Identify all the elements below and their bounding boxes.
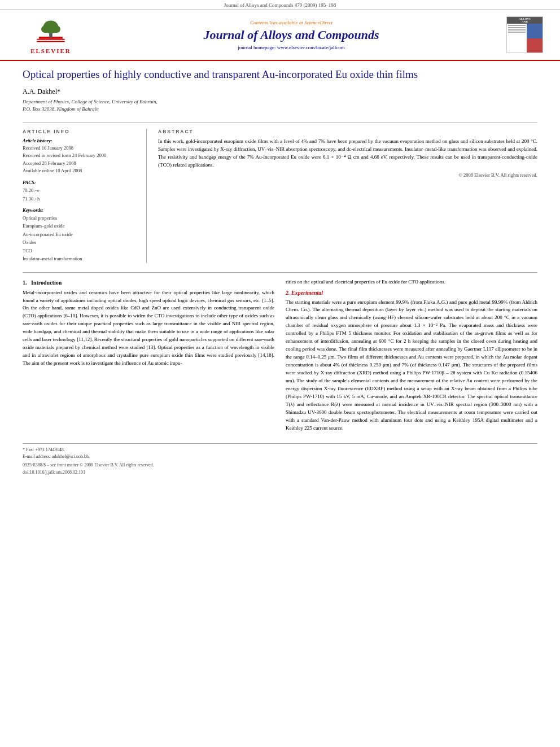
info-abstract-section: ARTICLE INFO Article history: Received 1… <box>23 123 537 263</box>
author-affiliation: Department of Physics, College of Scienc… <box>23 98 537 113</box>
body-right-column: rities on the optical and electrical pro… <box>286 278 537 436</box>
experimental-text: The starting materials were a pure europ… <box>286 299 537 433</box>
journal-thumbnail-area: JOURNAL OFALLOYSANDCOMPOUNDS <box>498 16 543 53</box>
journal-citation-bar: Journal of Alloys and Compounds 470 (200… <box>0 0 560 10</box>
experimental-heading: 2. Experimental <box>286 290 537 296</box>
elsevier-label: ELSEVIER <box>30 47 71 54</box>
accepted-date: Accepted 28 February 2008 <box>23 160 138 168</box>
elsevier-logo: ELSEVIER <box>30 15 71 54</box>
main-content: Optical properties of highly conductive … <box>0 61 560 486</box>
author-name: A.A. Dakhel* <box>23 88 537 96</box>
keyword-6: Insulator–metal transformation <box>23 255 138 263</box>
article-title: Optical properties of highly conductive … <box>23 68 537 82</box>
body-left-column: 1. Introduction Metal-incorporated oxide… <box>23 278 274 436</box>
keyword-1: Optical properties <box>23 214 138 222</box>
intro-heading: 1. Introduction <box>23 279 274 286</box>
pacs-2: 71.30.+h <box>23 195 138 203</box>
sciencedirect-line: Contents lists available at ScienceDirec… <box>85 20 498 25</box>
journal-thumbnail: JOURNAL OFALLOYSANDCOMPOUNDS <box>506 16 543 53</box>
abstract-column: ABSTRACT In this work, gold-incorporated… <box>158 129 537 263</box>
thumb-right <box>527 24 542 53</box>
svg-rect-6 <box>37 41 64 42</box>
received-date: Received 16 January 2008 <box>23 145 138 152</box>
elsevier-logo-area: ELSEVIER <box>17 15 85 54</box>
header-center: Contents lists available at ScienceDirec… <box>85 20 498 50</box>
journal-title: Journal of Alloys and Compounds <box>85 28 498 42</box>
body-divider <box>23 272 537 273</box>
available-online-date: Available online 10 April 2008 <box>23 167 138 175</box>
thumb-header: JOURNAL OFALLOYSANDCOMPOUNDS <box>507 17 542 24</box>
thumb-body <box>507 24 542 53</box>
keyword-3: Au-incorporated Eu oxide <box>23 230 138 238</box>
intro-paragraph-1: Metal-incorporated oxides and ceramics h… <box>23 289 274 368</box>
thumb-left <box>507 24 527 53</box>
svg-point-4 <box>52 25 60 33</box>
keywords-label: Keywords: <box>23 207 138 213</box>
journal-homepage: journal homepage: www.elsevier.com/locat… <box>85 45 498 50</box>
pacs-label: PACS: <box>23 180 138 185</box>
journal-url[interactable]: www.elsevier.com/locate/jallcom <box>277 45 345 50</box>
keyword-2: Europium–gold oxide <box>23 222 138 230</box>
fax-footnote: * Fax: +973 17449148. <box>23 447 537 453</box>
abstract-copyright: © 2008 Elsevier B.V. All rights reserved… <box>158 172 537 178</box>
doi-line: doi:10.1016/j.jallcom.2008.02.101 <box>23 470 537 475</box>
svg-point-3 <box>41 25 50 33</box>
footnote-area: * Fax: +973 17449148. E-mail address: ad… <box>23 443 537 475</box>
abstract-text: In this work, gold-incorporated europium… <box>158 138 537 169</box>
history-label: Article history: <box>23 138 138 143</box>
intro-continuation: rities on the optical and electrical pro… <box>286 278 537 286</box>
revised-date: Received in revised form 24 February 200… <box>23 152 138 160</box>
article-info-label: ARTICLE INFO <box>23 129 138 134</box>
issn-line: 0925-8388/$ – see front matter © 2008 El… <box>23 462 537 468</box>
elsevier-tree-icon <box>34 15 68 46</box>
pacs-1: 78.20.−e <box>23 186 138 194</box>
article-info-column: ARTICLE INFO Article history: Received 1… <box>23 129 147 263</box>
abstract-label: ABSTRACT <box>158 129 537 134</box>
keywords-list: Optical properties Europium–gold oxide A… <box>23 214 138 263</box>
keyword-5: TCO <box>23 247 138 255</box>
svg-rect-5 <box>37 39 64 40</box>
sciencedirect-link-text[interactable]: ScienceDirect <box>304 20 333 25</box>
keyword-4: Oxides <box>23 238 138 246</box>
body-section: 1. Introduction Metal-incorporated oxide… <box>23 278 537 436</box>
journal-header: ELSEVIER Contents lists available at Sci… <box>0 10 560 61</box>
email-footnote: E-mail address: adakhel@sci.uob.bh. <box>23 453 537 460</box>
thumb-red-square <box>527 38 542 53</box>
journal-citation-text: Journal of Alloys and Compounds 470 (200… <box>224 2 336 8</box>
thumb-blue-square <box>527 24 542 38</box>
